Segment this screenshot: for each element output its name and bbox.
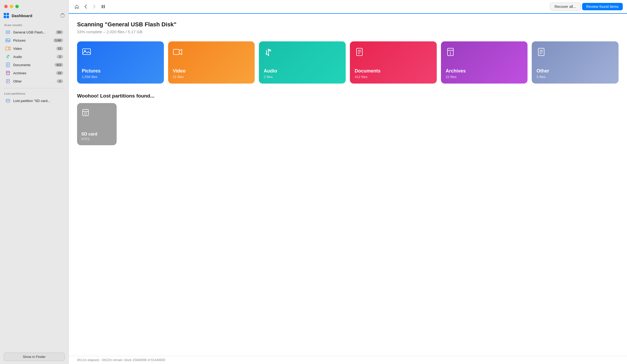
svg-point-28: [266, 53, 267, 55]
content-area: Scanning "General USB Flash Disk" 33% co…: [69, 14, 627, 356]
audio-card-icon: [264, 47, 341, 59]
dashboard-label: Dashboard: [12, 13, 32, 18]
sidebar-item-video[interactable]: Video 21: [2, 45, 67, 52]
sidebar-item-badge: 21: [56, 47, 63, 50]
sidebar-item-other[interactable]: Other 5: [2, 77, 67, 85]
sd-card-icon: [81, 108, 112, 119]
documents-icon: [5, 62, 11, 67]
svg-rect-26: [173, 49, 179, 55]
card-name: Video: [173, 68, 250, 74]
documents-card-icon: [355, 47, 432, 59]
other-icon: [5, 79, 11, 84]
category-cards: Pictures 1,558 files Video 21 files: [77, 41, 619, 84]
sidebar-item-badge: 22: [56, 71, 63, 75]
window-controls: [0, 0, 68, 11]
recover-all-button[interactable]: Recover all...: [550, 3, 581, 11]
video-card-icon: [173, 47, 250, 59]
card-count: 5 files: [536, 75, 614, 79]
sidebar-item-label: General USB Flash...: [13, 30, 53, 34]
svg-point-8: [7, 57, 7, 58]
card-name: Pictures: [82, 68, 159, 74]
status-text: 0h11m elapsed, ~0h22m remain, block 2048…: [77, 358, 165, 362]
pictures-card-icon: [82, 47, 159, 59]
usb-icon: [5, 30, 11, 35]
sidebar-item-badge: 1.6K: [53, 38, 63, 42]
svg-rect-6: [6, 47, 9, 50]
scan-subtitle: 33% complete – 2,020 files / 5.17 GB: [77, 30, 619, 34]
partition-card-sd-card[interactable]: SD card NTFS: [77, 103, 117, 145]
sidebar-item-general-usb[interactable]: General USB Flash... 2K: [2, 28, 67, 36]
svg-rect-23: [104, 5, 105, 8]
sidebar-divider: [4, 88, 65, 88]
category-card-other[interactable]: Other 5 files: [532, 41, 619, 84]
video-icon: [5, 46, 11, 51]
card-count: 22 files: [446, 75, 523, 79]
partition-cards: SD card NTFS: [77, 103, 619, 145]
home-button[interactable]: [73, 3, 81, 10]
lost-partitions-label: Lost partitions: [0, 91, 68, 97]
partition-icon: [5, 98, 11, 103]
sidebar-item-lost-partition[interactable]: Lost partition "SD card...: [2, 97, 67, 105]
pictures-icon: [5, 38, 11, 43]
sidebar-item-label: Documents: [13, 63, 52, 67]
maximize-button[interactable]: [15, 5, 19, 8]
category-card-video[interactable]: Video 21 files: [168, 41, 255, 84]
sidebar-footer: Show in Finder: [0, 350, 68, 364]
sidebar-item-archives[interactable]: Archives 22: [2, 69, 67, 77]
card-name: Archives: [446, 68, 523, 74]
lost-partitions-title: Woohoo! Lost partitions found...: [77, 93, 619, 99]
status-bar: 0h11m elapsed, ~0h22m remain, block 2048…: [69, 356, 627, 364]
forward-button[interactable]: [91, 3, 98, 10]
show-in-finder-button[interactable]: Show in Finder: [4, 353, 65, 361]
svg-rect-24: [83, 49, 91, 55]
card-count: 1,558 files: [82, 75, 159, 79]
category-card-documents[interactable]: Documents 412 files: [350, 41, 437, 84]
scan-title: Scanning "General USB Flash Disk": [77, 21, 619, 28]
partition-fs: NTFS: [81, 137, 112, 141]
card-count: 21 files: [173, 75, 250, 79]
svg-point-44: [84, 113, 87, 115]
category-card-archives[interactable]: Archives 22 files: [441, 41, 528, 84]
sidebar-item-label: Audio: [13, 55, 54, 59]
review-found-button[interactable]: Review found items: [582, 3, 623, 10]
card-count: 2 files: [264, 75, 341, 79]
archives-card-icon: [446, 47, 523, 59]
sidebar-item-badge: 5: [57, 79, 63, 83]
dashboard-nav-item[interactable]: Dashboard: [0, 11, 68, 22]
close-button[interactable]: [4, 5, 8, 8]
sidebar-item-badge: 2K: [56, 30, 63, 34]
back-button[interactable]: [82, 3, 89, 10]
sidebar-item-documents[interactable]: Documents 412: [2, 61, 67, 69]
main-content: Recover all... Review found items Scanni…: [69, 0, 627, 364]
sidebar-item-badge: 412: [55, 63, 63, 67]
card-name: Other: [536, 68, 614, 74]
svg-point-7: [8, 58, 8, 59]
sidebar-item-badge: 2: [57, 55, 63, 59]
card-name: Documents: [355, 68, 432, 74]
sidebar: Dashboard Scan results General USB Flash…: [0, 0, 69, 364]
category-card-audio[interactable]: Audio 2 files: [259, 41, 346, 84]
toolbar: Recover all... Review found items: [69, 0, 627, 14]
svg-rect-4: [6, 39, 10, 42]
dashboard-grid-icon: [4, 13, 9, 18]
archives-icon: [5, 70, 11, 76]
sidebar-item-label: Pictures: [13, 38, 51, 42]
sidebar-item-label: Lost partition "SD card...: [13, 99, 63, 103]
sidebar-item-label: Video: [13, 47, 54, 51]
partition-name: SD card: [81, 132, 112, 137]
card-count: 412 files: [355, 75, 432, 79]
sidebar-item-label: Archives: [13, 71, 54, 75]
other-card-icon: [536, 47, 614, 59]
svg-point-21: [6, 99, 10, 101]
svg-point-27: [268, 54, 269, 56]
sidebar-item-label: Other: [13, 79, 54, 83]
audio-icon: [5, 54, 11, 59]
svg-rect-22: [102, 5, 103, 8]
scan-results-label: Scan results: [0, 22, 68, 28]
sidebar-item-pictures[interactable]: Pictures 1.6K: [2, 36, 67, 44]
category-card-pictures[interactable]: Pictures 1,558 files: [77, 41, 164, 84]
sidebar-item-audio[interactable]: Audio 2: [2, 53, 67, 61]
spinner-icon: [60, 13, 65, 18]
minimize-button[interactable]: [10, 5, 13, 8]
pause-button[interactable]: [99, 3, 107, 10]
